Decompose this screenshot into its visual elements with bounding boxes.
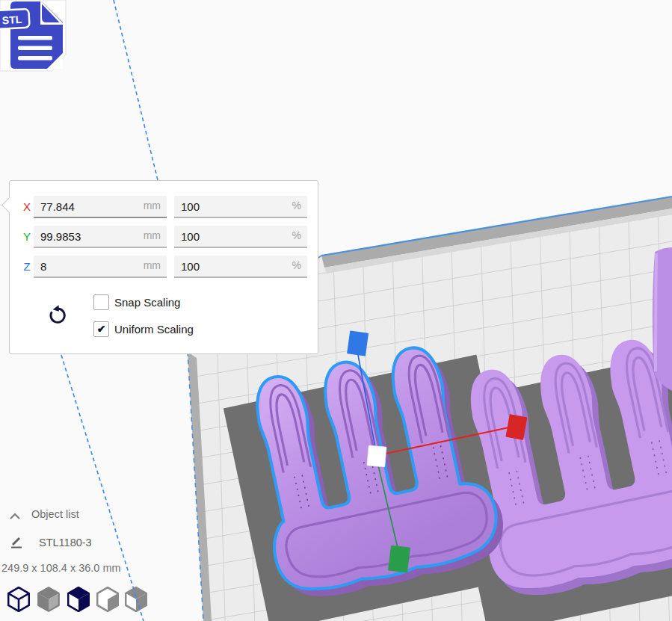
scale-y-percent-input[interactable] [174,226,307,247]
scale-x-percent-input[interactable] [174,196,307,217]
reset-scale-button[interactable] [46,303,69,327]
scale-y-percent-field: % [174,226,307,248]
snap-scaling-label: Snap Scaling [114,296,180,309]
view-left-side-button[interactable] [96,587,119,612]
view-3d-button[interactable] [7,587,30,612]
axis-z-label: Z [20,256,34,278]
chevron-up-icon[interactable] [9,510,21,524]
scale-z-percent-input[interactable] [174,256,307,276]
gizmo-green-handle[interactable] [388,546,410,573]
scale-x-mm-field: mm [34,196,167,218]
scale-y-mm-field: mm [34,226,167,248]
stl-badge-label: STL [1,13,22,26]
object-list-toggle[interactable]: Object list [31,508,79,520]
view-right-side-button[interactable] [125,587,147,612]
scale-row-x: X mm % [10,196,318,218]
model-cylinder[interactable] [653,247,672,391]
scale-row-z: Z mm % [10,256,318,278]
scale-x-percent-field: % [174,196,307,218]
reset-arrow-icon [46,303,69,327]
axis-y-label: Y [20,226,34,248]
scale-y-mm-input[interactable] [34,226,167,247]
cube-front-icon [37,587,60,612]
gizmo-blue-handle[interactable] [347,330,369,356]
cube-top-icon [67,587,90,612]
stl-file-icon: STL [0,0,70,78]
camera-view-toolbar [0,587,164,614]
scale-row-y: Y mm % [10,226,318,248]
scale-x-mm-input[interactable] [34,196,167,217]
uniform-scaling-label: Uniform Scaling [114,323,194,336]
snap-scaling-checkbox[interactable] [93,294,109,310]
view-top-button[interactable] [67,587,90,612]
cube-3d-icon [7,587,30,612]
cube-left-icon [96,587,119,612]
object-dimensions: 249.9 x 108.4 x 36.0 mm [1,562,121,574]
stl-badge: STL [0,9,30,29]
scale-z-percent-field: % [174,256,307,278]
gizmo-center-handle[interactable] [367,445,386,467]
cube-right-icon [125,587,147,612]
scale-z-mm-field: mm [34,256,167,278]
axis-x-label: X [20,196,34,218]
pencil-icon[interactable] [10,535,23,552]
uniform-scaling-checkbox[interactable]: ✔ [93,321,109,337]
selected-object-name[interactable]: STL1180-3 [39,537,92,549]
view-front-button[interactable] [37,587,60,612]
scale-tool-panel: X mm % Y mm % Z mm % [9,180,318,354]
scale-z-mm-input[interactable] [34,256,167,276]
